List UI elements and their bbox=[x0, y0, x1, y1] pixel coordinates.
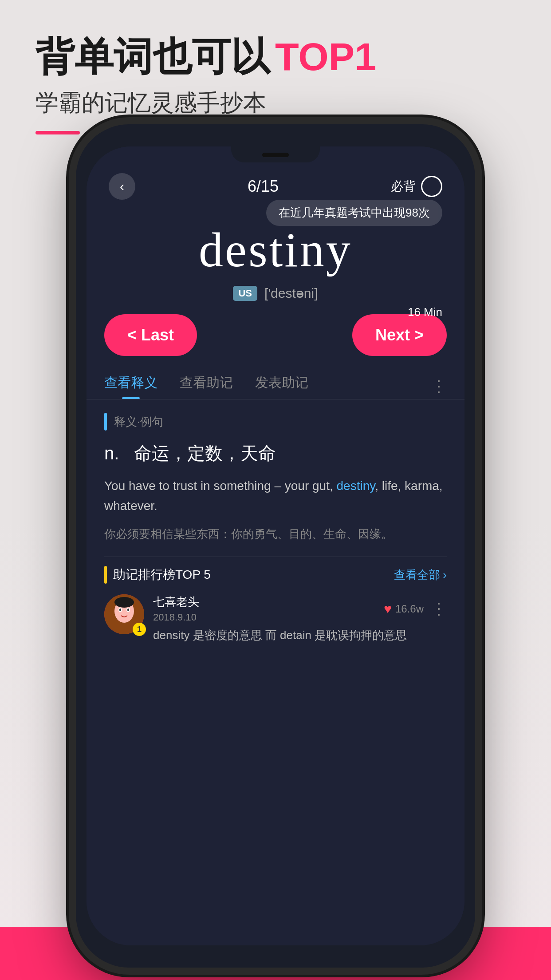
tab-more-button[interactable]: ⋮ bbox=[431, 377, 447, 396]
phone-volume-down-button bbox=[66, 417, 73, 488]
definition-header: 释义·例句 bbox=[104, 413, 447, 431]
memory-section-label: 助记排行榜TOP 5 bbox=[113, 566, 211, 583]
back-icon: ‹ bbox=[120, 179, 124, 194]
like-count: 16.6w bbox=[395, 603, 424, 615]
header-subtitle: 学霸的记忆灵感手抄本 bbox=[35, 87, 376, 119]
memory-section: 助记排行榜TOP 5 查看全部 › bbox=[104, 557, 447, 644]
tab-post-memory-label: 发表助记 bbox=[255, 375, 308, 390]
timer-display: 16 Min bbox=[408, 305, 442, 319]
memory-user-item: 1 七喜老头 2018.9.10 ♥ bbox=[104, 594, 447, 644]
user-date: 2018.9.10 bbox=[153, 612, 199, 623]
definition-main-text: n. 命运，定数，天命 bbox=[104, 441, 447, 466]
back-button[interactable]: ‹ bbox=[109, 173, 135, 200]
header-area: 背单词也可以 TOP1 学霸的记忆灵感手抄本 bbox=[35, 36, 376, 134]
word-highlight: destiny bbox=[337, 479, 375, 493]
word-text: destiny bbox=[104, 222, 447, 278]
heart-icon: ♥ bbox=[384, 601, 392, 616]
tooltip-text: 在近几年真题考试中出现98次 bbox=[279, 206, 430, 219]
user-actions: ♥ 16.6w ⋮ bbox=[384, 600, 447, 618]
user-info: 七喜老头 2018.9.10 ♥ 16.6w ⋮ bbox=[153, 594, 447, 644]
like-button[interactable]: ♥ 16.6w bbox=[384, 601, 424, 616]
phone-screen: ‹ 6/15 必背 在近几年真题考试中出现98次 destiny bbox=[87, 146, 464, 945]
tab-post-memory[interactable]: 发表助记 bbox=[255, 374, 308, 399]
view-all-label: 查看全部 bbox=[394, 567, 440, 583]
tab-memory-label: 查看助记 bbox=[180, 375, 233, 390]
tab-definition[interactable]: 查看释义 bbox=[104, 374, 157, 399]
header-underline bbox=[35, 131, 80, 134]
screen-content: ‹ 6/15 必背 在近几年真题考试中出现98次 destiny bbox=[87, 146, 464, 945]
svg-point-5 bbox=[127, 609, 129, 611]
phone-notch bbox=[231, 146, 320, 162]
must-memorize-circle bbox=[421, 176, 442, 197]
next-button[interactable]: Next > bbox=[352, 314, 447, 356]
view-all-button[interactable]: 查看全部 › bbox=[394, 567, 447, 583]
example-chinese: 你必须要相信某些东西：你的勇气、目的、生命、因缘。 bbox=[104, 525, 447, 544]
phone-mute-button bbox=[66, 266, 73, 311]
memory-header: 助记排行榜TOP 5 查看全部 › bbox=[104, 566, 447, 584]
definition-bar bbox=[104, 413, 107, 431]
phone-wrapper: ‹ 6/15 必背 在近几年真题考试中出现98次 destiny bbox=[76, 124, 475, 968]
user-name: 七喜老头 bbox=[153, 594, 199, 610]
must-memorize-toggle[interactable]: 必背 bbox=[391, 176, 442, 197]
exam-tooltip: 在近几年真题考试中出现98次 bbox=[266, 200, 442, 226]
example-english: You have to trust in something – your gu… bbox=[104, 476, 447, 516]
memory-header-left: 助记排行榜TOP 5 bbox=[104, 566, 211, 584]
tab-memory[interactable]: 查看助记 bbox=[180, 374, 233, 399]
phone-power-button bbox=[478, 257, 485, 293]
header-title-highlight: TOP1 bbox=[275, 36, 376, 79]
definition-section-label: 释义·例句 bbox=[114, 414, 163, 430]
phone-frame: ‹ 6/15 必背 在近几年真题考试中出现98次 destiny bbox=[76, 124, 475, 968]
header-title-text: 背单词也可以 bbox=[35, 36, 270, 79]
must-memorize-label: 必背 bbox=[391, 178, 416, 195]
content-tabs: 查看释义 查看助记 发表助记 ⋮ bbox=[87, 365, 464, 399]
navigation-row: 16 Min < Last Next > bbox=[87, 310, 464, 365]
rank-badge: 1 bbox=[133, 623, 146, 636]
phonetic-text: ['destəni] bbox=[264, 285, 318, 301]
word-phonetic-row: US ['destəni] bbox=[104, 285, 447, 301]
user-comment: density 是密度的意思 而 detain 是耽误拘押的意思 bbox=[153, 627, 447, 644]
chevron-right-icon: › bbox=[443, 568, 447, 582]
svg-point-6 bbox=[114, 597, 134, 608]
header-title: 背单词也可以 TOP1 bbox=[35, 36, 376, 79]
user-avatar-wrapper: 1 bbox=[104, 594, 144, 634]
definition-section: 释义·例句 n. 命运，定数，天命 You have to trust in s… bbox=[87, 399, 464, 557]
phone-volume-up-button bbox=[66, 328, 73, 399]
us-label: US bbox=[233, 286, 257, 301]
tab-definition-label: 查看释义 bbox=[104, 375, 157, 390]
meanings-text: 命运，定数，天命 bbox=[134, 443, 276, 463]
svg-point-4 bbox=[119, 609, 121, 611]
memory-bar bbox=[104, 566, 107, 584]
more-options-icon[interactable]: ⋮ bbox=[431, 600, 447, 618]
progress-indicator: 6/15 bbox=[248, 177, 279, 196]
last-button[interactable]: < Last bbox=[104, 314, 197, 356]
pos-label: n. bbox=[104, 443, 119, 463]
